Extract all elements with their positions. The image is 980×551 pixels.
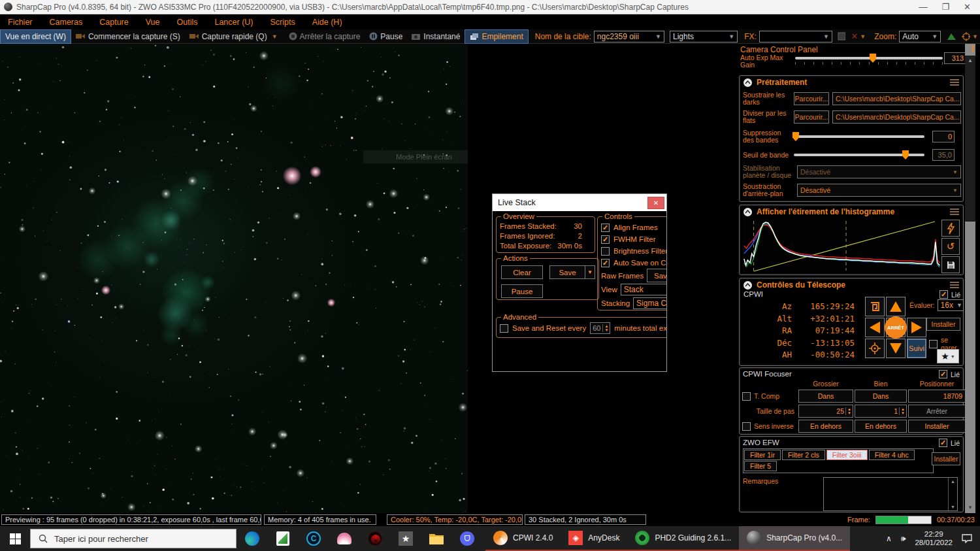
remarks-textarea[interactable]: ▲▼: [823, 477, 958, 511]
spiral-search-button[interactable]: [865, 297, 885, 316]
live-stack-titlebar[interactable]: Live Stack ✕: [493, 194, 666, 211]
menu-aide[interactable]: Aide (H): [312, 18, 342, 27]
slew-left-button[interactable]: [865, 318, 885, 337]
focuser-stop-button[interactable]: Arrêter: [908, 405, 966, 418]
filter-2-button[interactable]: Filter 2 cls: [782, 450, 825, 460]
scroll-up-icon[interactable]: ▲: [965, 56, 975, 65]
brightness-filter-checkbox[interactable]: [601, 247, 610, 256]
filter-1-button[interactable]: Filter 1ir: [744, 450, 781, 460]
chevron-down-icon[interactable]: ▼: [272, 33, 278, 40]
file-explorer-icon[interactable]: [429, 531, 444, 546]
notification-icon[interactable]: [962, 534, 972, 543]
auto-stretch-button[interactable]: [941, 220, 960, 237]
reticle-icon[interactable]: [962, 32, 970, 41]
slew-down-button[interactable]: [886, 339, 906, 358]
fine-out-button[interactable]: En dehors: [855, 420, 907, 433]
taskbar-clock[interactable]: 22:29 28/01/2022: [915, 530, 953, 547]
close-icon[interactable]: ✕: [647, 197, 664, 209]
background-subtract-combo[interactable]: Désactivé▼: [797, 184, 961, 197]
taskbar-app-anydesk[interactable]: ◈ AnyDesk: [561, 526, 627, 551]
gain-value[interactable]: 313: [944, 52, 966, 64]
panel-scrollbar[interactable]: ▲ ▼: [965, 44, 975, 513]
coarse-in-button[interactable]: Dans: [798, 390, 853, 403]
scroll-down-icon[interactable]: ▼: [965, 503, 975, 512]
menu-cameras[interactable]: Cameras: [50, 18, 83, 27]
telescope-install-button[interactable]: Installer: [926, 318, 960, 331]
banding-value[interactable]: 0: [932, 131, 955, 142]
band-threshold-value[interactable]: 35,0: [932, 149, 955, 161]
collapse-icon[interactable]: [743, 78, 752, 87]
filter-4-button[interactable]: Filter 4 uhc: [869, 450, 915, 460]
volume-icon[interactable]: 🕪: [901, 534, 906, 543]
stabilization-combo[interactable]: Désactivé▼: [797, 165, 961, 178]
banding-slider[interactable]: [794, 135, 924, 138]
reverse-checkbox-row[interactable]: Sens inverse: [742, 422, 797, 431]
close-button[interactable]: ✕: [964, 2, 971, 12]
save-reset-checkbox[interactable]: [500, 324, 508, 333]
remarks-scrollbar[interactable]: ▲▼: [948, 478, 957, 510]
rate-combo[interactable]: 16x▼: [938, 299, 964, 311]
fine-step-spinner[interactable]: 1▲▼: [855, 405, 907, 418]
notepad-icon[interactable]: [275, 531, 291, 546]
save-dropdown-button[interactable]: ▼: [585, 265, 595, 279]
taskbar-app-phd2[interactable]: PHD2 Guiding 2.6.1...: [627, 526, 739, 551]
discord-icon[interactable]: ᗜ: [459, 531, 475, 546]
taskbar-app-cpwi[interactable]: CPWI 2.4.0: [485, 526, 561, 551]
clear-button[interactable]: Clear: [501, 265, 543, 279]
start-capture-button[interactable]: Commencer la capture (S): [71, 29, 185, 44]
frame-type-combo[interactable]: Lights▼: [670, 31, 738, 42]
band-threshold-slider[interactable]: [794, 154, 924, 156]
stop-slew-button[interactable]: ARRÊT: [886, 318, 906, 337]
save-stretch-button[interactable]: [941, 256, 960, 273]
section-menu-icon[interactable]: [950, 282, 959, 288]
darks-path-combo[interactable]: C:\Users\marcb\Desktop\SharpCap Ca...▼: [832, 92, 961, 105]
browse-flats-button[interactable]: Parcourir...: [794, 110, 829, 124]
save-button[interactable]: Save: [549, 265, 585, 279]
pin-icon[interactable]: [970, 45, 976, 53]
chevron-down-icon[interactable]: ▼: [972, 33, 978, 40]
tracking-button[interactable]: Suivi: [907, 339, 926, 358]
efw-install-button[interactable]: Installer: [932, 452, 960, 465]
browse-darks-button[interactable]: Parcourir...: [794, 92, 829, 105]
raw-frames-save-button[interactable]: Save St: [647, 269, 667, 282]
menu-lancer[interactable]: Lancer (U): [214, 18, 253, 27]
collapse-icon[interactable]: [743, 281, 752, 290]
reticle-off-icon[interactable]: ✕: [851, 31, 858, 41]
quick-capture-button[interactable]: Capture rapide (Q)▼: [185, 29, 284, 44]
fwhm-filter-checkbox[interactable]: [601, 235, 610, 244]
slew-up-button[interactable]: [886, 297, 906, 316]
efw-linked[interactable]: Lié: [939, 439, 960, 447]
filter-3-button[interactable]: Filter 3oiii: [826, 450, 868, 460]
star-app-icon[interactable]: ★: [398, 531, 414, 546]
align-frames-checkbox[interactable]: [601, 224, 610, 232]
reset-stretch-button[interactable]: ↺: [941, 238, 960, 255]
taskbar-search[interactable]: Taper ici pour rechercher: [30, 529, 237, 548]
cpwi-planetarium-icon[interactable]: C: [306, 531, 321, 546]
goto-target-button[interactable]: [865, 339, 885, 358]
restore-button[interactable]: ❐: [941, 2, 949, 12]
menu-fichier[interactable]: Fichier: [8, 18, 33, 27]
fx-combo[interactable]: ▼: [759, 31, 832, 42]
menu-capture[interactable]: Capture: [99, 18, 128, 27]
menu-scripts[interactable]: Scripts: [270, 18, 295, 27]
focuser-position-value[interactable]: 18709: [908, 390, 966, 403]
view-combo[interactable]: Stack: [621, 284, 667, 295]
image-viewer[interactable]: Mode Plein écran: [0, 44, 468, 513]
filter-5-button[interactable]: Filter 5: [744, 461, 777, 471]
section-menu-icon[interactable]: [950, 209, 959, 215]
menu-vue[interactable]: Vue: [146, 18, 160, 27]
histogram-icon[interactable]: [947, 33, 956, 41]
histogram-display[interactable]: [743, 220, 942, 272]
red-lens-icon[interactable]: [367, 531, 383, 546]
tcomp-checkbox-row[interactable]: T. Comp: [742, 392, 797, 401]
interval-spinner[interactable]: 60▲▼: [590, 322, 610, 334]
menu-outils[interactable]: Outils: [177, 18, 198, 27]
section-menu-icon[interactable]: [950, 79, 959, 86]
coarse-out-button[interactable]: En dehors: [798, 420, 853, 433]
auto-save-checkbox[interactable]: [601, 259, 610, 267]
pause-button[interactable]: Pause: [365, 29, 407, 44]
target-name-combo[interactable]: ngc2359 oiii▼: [594, 31, 664, 42]
taskbar-app-sharpcap[interactable]: SharpCap Pro (v4.0...: [739, 526, 850, 551]
start-button[interactable]: [0, 526, 30, 551]
scrollbar-thumb[interactable]: [965, 65, 975, 222]
